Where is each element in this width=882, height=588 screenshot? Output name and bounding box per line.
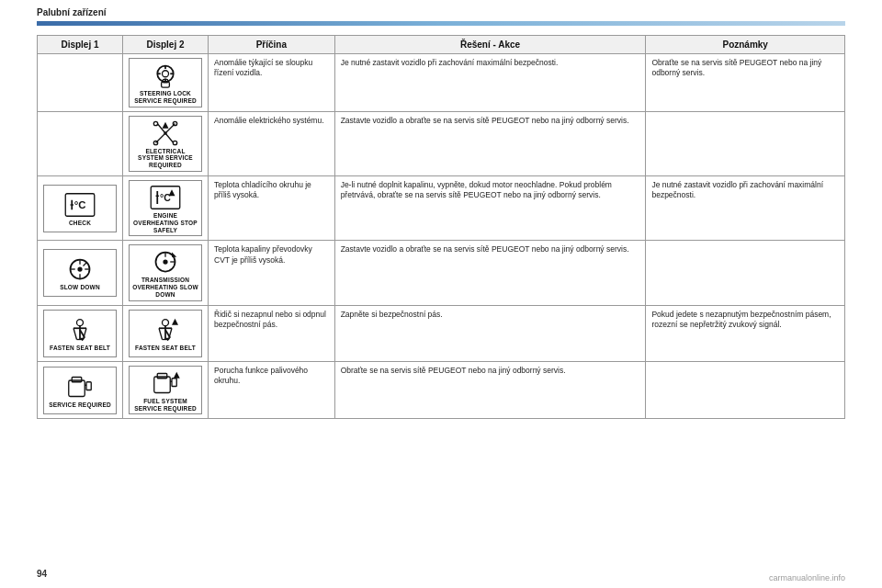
table-row: SERVICE REQUIRED FUEL SYSTEM SERVICE REQ… — [38, 361, 845, 419]
svg-point-37 — [77, 319, 84, 325]
svg-marker-62 — [174, 372, 180, 379]
svg-line-31 — [84, 263, 87, 266]
notes-cell — [646, 241, 845, 305]
icon-box-fuel_system: FUEL SYSTEM SERVICE REQUIRED — [129, 366, 202, 415]
cause-cell: Řidič si nezapnul nebo si odpnul bezpečn… — [209, 305, 335, 361]
display2-cell: FUEL SYSTEM SERVICE REQUIRED — [123, 361, 209, 419]
display1-cell: SERVICE REQUIRED — [38, 361, 123, 419]
svg-point-33 — [163, 260, 167, 265]
cause-cell: Teplota kapaliny převodovky CVT je příli… — [209, 241, 335, 305]
display1-cell: SLOW DOWN — [38, 241, 123, 305]
svg-rect-56 — [86, 381, 91, 390]
header-bar — [37, 21, 845, 26]
icon-box-seatbelt: FASTEN SEAT BELT — [43, 310, 117, 357]
svg-point-26 — [77, 267, 82, 272]
icon-box-fuel_service: SERVICE REQUIRED — [43, 367, 117, 414]
page-number: 94 — [37, 569, 47, 579]
svg-marker-53 — [172, 319, 178, 325]
table-row: ELECTRICAL SYSTEM SERVICE REQUIREDAnomál… — [38, 111, 845, 175]
svg-line-48 — [159, 328, 163, 339]
solution-cell: Je-li nutné doplnit kapalinu, vypněte, d… — [334, 175, 646, 240]
icon-label-steering_lock: STEERING LOCK SERVICE REQUIRED — [132, 90, 198, 105]
svg-rect-58 — [154, 377, 171, 393]
solution-cell: Je nutné zastavit vozidlo při zachování … — [334, 54, 646, 112]
display2-cell: TRANSMISSION OVERHEATING SLOW DOWN — [123, 241, 209, 305]
table-row: °C CHECK °C ENGINE OVERHEATING STOP SAFE… — [38, 175, 845, 240]
svg-rect-60 — [172, 379, 176, 387]
page-title: Palubní zařízení — [37, 7, 107, 17]
faults-table: Displej 1 Displej 2 Příčina Řešení - Akc… — [37, 35, 845, 419]
table-row: FASTEN SEAT BELT FASTEN SEAT BELTŘidič s… — [38, 305, 845, 361]
display2-cell: °C ENGINE OVERHEATING STOP SAFELY — [123, 175, 209, 240]
svg-point-14 — [153, 121, 157, 125]
icon-label-slow_down: SLOW DOWN — [60, 284, 100, 291]
icon-label-transmission: TRANSMISSION OVERHEATING SLOW DOWN — [132, 277, 198, 298]
icon-label-seatbelt: FASTEN SEAT BELT — [50, 345, 110, 352]
cause-cell: Anomálie týkající se sloupku řízení vozi… — [209, 54, 335, 112]
icon-box-seatbelt2: FASTEN SEAT BELT — [129, 310, 202, 357]
display1-cell — [38, 54, 123, 112]
solution-cell: Zapněte si bezpečnostní pás. — [334, 305, 646, 361]
icon-box-slow_down: SLOW DOWN — [43, 249, 117, 297]
notes-cell: Obraťte se na servis sítě PEUGEOT nebo n… — [646, 54, 845, 112]
display2-cell: FASTEN SEAT BELT — [123, 305, 209, 361]
display1-cell: °C CHECK — [38, 175, 123, 240]
icon-box-electrical_system: ELECTRICAL SYSTEM SERVICE REQUIRED — [129, 116, 202, 172]
display1-cell — [38, 111, 123, 175]
col-header-solution: Řešení - Akce — [334, 36, 646, 54]
display1-cell: FASTEN SEAT BELT — [38, 305, 123, 361]
table-row: SLOW DOWN TRANSMISSION OVERHEATING SLOW … — [38, 241, 845, 305]
svg-marker-36 — [172, 253, 176, 257]
display2-cell: STEERING LOCK SERVICE REQUIRED — [123, 54, 209, 112]
icon-box-steering_lock: STEERING LOCK SERVICE REQUIRED — [129, 58, 202, 107]
cause-cell: Teplota chladícího okruhu je příliš vyso… — [209, 175, 335, 240]
icon-label-fuel_system: FUEL SYSTEM SERVICE REQUIRED — [132, 398, 198, 413]
notes-cell: Pokud jedete s nezapnutým bezpečnostním … — [646, 305, 845, 361]
display2-cell: ELECTRICAL SYSTEM SERVICE REQUIRED — [123, 111, 209, 175]
solution-cell: Obraťte se na servis sítě PEUGEOT nebo n… — [334, 361, 646, 419]
table-row: STEERING LOCK SERVICE REQUIREDAnomálie t… — [38, 54, 845, 112]
col-header-display2: Displej 2 — [123, 36, 209, 54]
icon-label-fuel_service: SERVICE REQUIRED — [49, 401, 111, 409]
solution-cell: Zastavte vozidlo a obraťte se na servis … — [334, 241, 646, 305]
svg-marker-11 — [163, 121, 169, 128]
icon-label-check_temp: CHECK — [69, 220, 91, 227]
svg-point-1 — [163, 71, 169, 77]
icon-label-engine_overheat: ENGINE OVERHEATING STOP SAFELY — [132, 212, 198, 233]
cause-cell: Anomálie elektrického systému. — [209, 111, 335, 175]
icon-box-engine_overheat: °C ENGINE OVERHEATING STOP SAFELY — [129, 180, 202, 236]
svg-text:°C: °C — [160, 191, 171, 202]
main-content: Displej 1 Displej 2 Příčina Řešení - Akc… — [0, 35, 882, 419]
col-header-cause: Příčina — [209, 36, 335, 54]
svg-rect-55 — [72, 377, 82, 381]
cause-cell: Porucha funkce palivového okruhu. — [209, 361, 335, 419]
svg-rect-59 — [157, 373, 167, 378]
solution-cell: Zastavte vozidlo a obraťte se na servis … — [334, 111, 646, 175]
svg-text:°C: °C — [74, 198, 86, 209]
svg-line-40 — [74, 328, 77, 339]
svg-point-45 — [163, 319, 169, 325]
icon-box-check_temp: °C CHECK — [43, 185, 117, 232]
col-header-notes: Poznámky — [646, 36, 845, 54]
svg-point-10 — [164, 131, 167, 135]
col-header-display1: Displej 1 — [38, 36, 123, 54]
svg-point-13 — [173, 141, 176, 144]
watermark: carmanualonline.info — [769, 573, 845, 582]
icon-label-seatbelt2: FASTEN SEAT BELT — [135, 345, 196, 352]
icon-label-electrical_system: ELECTRICAL SYSTEM SERVICE REQUIRED — [132, 148, 198, 169]
svg-rect-54 — [69, 380, 85, 397]
notes-cell — [646, 361, 845, 419]
notes-cell: Je nutné zastavit vozidlo při zachování … — [646, 175, 845, 240]
notes-cell — [646, 111, 845, 175]
icon-box-transmission: TRANSMISSION OVERHEATING SLOW DOWN — [129, 244, 202, 300]
